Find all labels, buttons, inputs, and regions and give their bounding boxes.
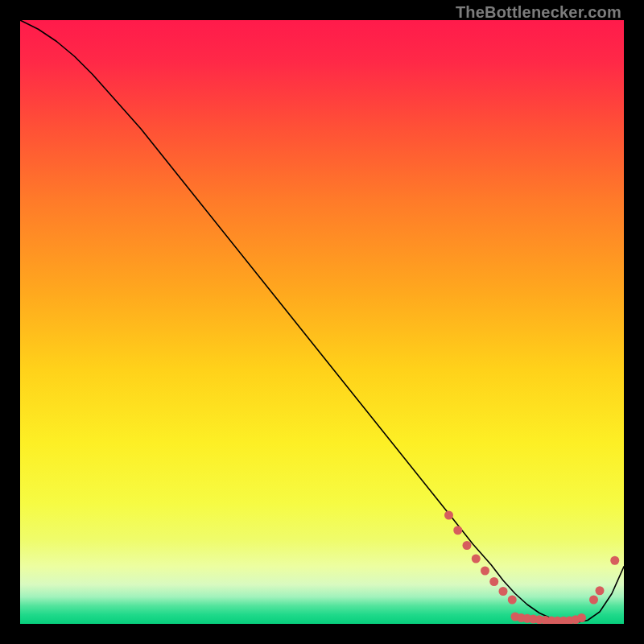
highlight-dot [589, 596, 598, 605]
plot-background [20, 20, 624, 624]
highlight-dot [610, 556, 619, 565]
chart-frame: TheBottlenecker.com [0, 0, 644, 644]
highlight-dot [508, 596, 517, 605]
highlight-dot [499, 587, 508, 596]
highlight-dot [577, 613, 586, 622]
highlight-dot [444, 511, 453, 520]
highlight-dot [453, 526, 462, 535]
highlight-dot [489, 577, 498, 586]
highlight-dot [472, 555, 481, 564]
highlight-dot [463, 541, 472, 550]
watermark-label: TheBottlenecker.com [456, 3, 621, 22]
highlight-dot [596, 586, 605, 595]
bottleneck-chart [20, 20, 624, 624]
highlight-dot [481, 567, 489, 576]
